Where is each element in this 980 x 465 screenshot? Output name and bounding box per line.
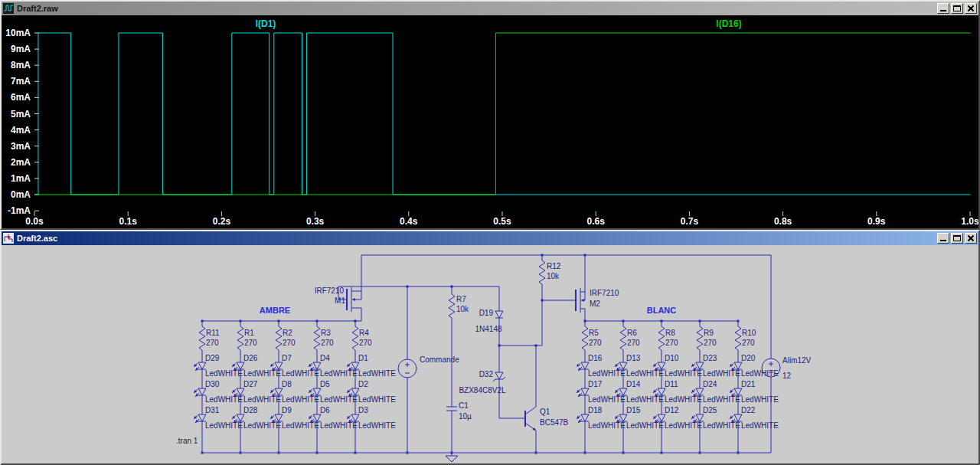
led-symbol[interactable] xyxy=(734,388,742,395)
waveform-window-icon xyxy=(3,3,14,14)
led-designator: D30 xyxy=(205,380,220,388)
led-symbol[interactable] xyxy=(619,362,627,369)
led-value: LedWHITE xyxy=(243,421,281,430)
resistor-symbol[interactable] xyxy=(582,326,588,350)
resistor-value: 270 xyxy=(206,339,219,347)
junction-dot xyxy=(535,345,537,347)
led-symbol[interactable] xyxy=(237,388,244,395)
led-designator: D31 xyxy=(205,406,220,414)
resistor-name: R10 xyxy=(742,329,756,337)
x-tick-label: 0.6s xyxy=(587,216,606,227)
resistor-symbol[interactable] xyxy=(735,326,741,350)
ground-symbol[interactable] xyxy=(446,456,458,462)
led-value: LedWHITE xyxy=(243,395,281,404)
led-symbol[interactable] xyxy=(313,414,321,421)
waveform-titlebar[interactable]: Draft2.raw xyxy=(2,2,978,15)
led-value: LedWHITE xyxy=(282,395,319,404)
resistor-symbol[interactable] xyxy=(697,326,703,350)
led-symbol[interactable] xyxy=(696,388,704,395)
minimize-button[interactable] xyxy=(937,3,949,14)
trace-I(D1)[interactable] xyxy=(34,33,970,195)
y-tick-label: 9mA xyxy=(11,44,31,54)
led-designator: D10 xyxy=(665,354,679,362)
led-symbol[interactable] xyxy=(351,362,359,369)
waveform-plot-canvas[interactable]: 10mA9mA8mA7mA6mA5mA4mA3mA2mA1mA0mA-1mA0.… xyxy=(2,15,978,228)
minimize-button[interactable] xyxy=(937,233,949,244)
close-button[interactable] xyxy=(965,3,977,14)
maximize-button[interactable] xyxy=(951,233,963,244)
led-symbol[interactable] xyxy=(313,362,321,369)
led-symbol[interactable] xyxy=(198,388,206,395)
schematic-drawing[interactable]: R11270D29LedWHITED30LedWHITED31LedWHITER… xyxy=(2,245,978,463)
led-designator: D29 xyxy=(205,354,220,362)
resistor-symbol[interactable] xyxy=(314,326,320,350)
legend-series-2[interactable]: I(D16) xyxy=(716,18,741,29)
resistor-symbol[interactable] xyxy=(658,326,665,350)
led-symbol[interactable] xyxy=(237,414,244,421)
led-symbol[interactable] xyxy=(696,362,704,369)
led-symbol[interactable] xyxy=(696,414,704,421)
led-designator: D8 xyxy=(282,380,292,388)
led-symbol[interactable] xyxy=(351,414,359,421)
led-symbol[interactable] xyxy=(581,414,589,421)
x-tick-label: 0.5s xyxy=(493,216,511,227)
r12-name: R12 xyxy=(547,262,561,270)
led-symbol[interactable] xyxy=(581,362,589,369)
led-value: LedWHITE xyxy=(588,369,626,378)
led-designator: D2 xyxy=(358,380,368,388)
resistor-name: R3 xyxy=(321,329,331,337)
resistor-symbol[interactable] xyxy=(276,326,282,350)
led-symbol[interactable] xyxy=(619,414,627,421)
commande-source[interactable] xyxy=(398,359,416,378)
window-controls xyxy=(937,233,977,244)
q1-name: Q1 xyxy=(540,408,550,416)
led-symbol[interactable] xyxy=(237,362,244,369)
resistor-value: 270 xyxy=(589,339,602,347)
zener-diode-symbol[interactable] xyxy=(495,372,503,379)
diode-symbol[interactable] xyxy=(495,311,503,318)
resistor-symbol[interactable] xyxy=(352,326,358,350)
maximize-icon xyxy=(953,5,961,11)
led-symbol[interactable] xyxy=(351,388,359,395)
resistor-name: R2 xyxy=(283,329,292,337)
led-symbol[interactable] xyxy=(658,414,665,421)
led-value: LedWHITE xyxy=(243,369,281,378)
resistor-value: 270 xyxy=(627,339,640,347)
arrow-head xyxy=(533,427,536,431)
zener-wing[interactable] xyxy=(493,379,495,381)
led-symbol[interactable] xyxy=(581,388,589,395)
waveform-plot[interactable]: 10mA9mA8mA7mA6mA5mA4mA3mA2mA1mA0mA-1mA0.… xyxy=(2,15,978,228)
led-designator: D27 xyxy=(243,380,258,388)
led-symbol[interactable] xyxy=(198,362,206,369)
led-symbol[interactable] xyxy=(734,362,742,369)
resistor-symbol[interactable] xyxy=(237,326,243,350)
led-symbol[interactable] xyxy=(658,388,665,395)
led-symbol[interactable] xyxy=(275,414,283,421)
led-value: LedWHITE xyxy=(320,395,358,404)
close-button[interactable] xyxy=(965,233,977,244)
led-symbol[interactable] xyxy=(658,362,665,369)
r12-symbol[interactable] xyxy=(539,260,545,284)
led-symbol[interactable] xyxy=(198,414,206,421)
schematic-canvas[interactable]: R11270D29LedWHITED30LedWHITED31LedWHITER… xyxy=(2,245,978,463)
legend-series-1[interactable]: I(D1) xyxy=(256,18,276,29)
led-symbol[interactable] xyxy=(734,414,742,421)
q1-value: BC547B xyxy=(540,418,569,427)
junction-dot xyxy=(498,345,501,347)
led-symbol[interactable] xyxy=(275,388,283,395)
alim-name: Alim12V xyxy=(782,356,812,365)
led-symbol[interactable] xyxy=(313,388,321,395)
zener-wing[interactable] xyxy=(503,377,505,379)
schematic-titlebar[interactable]: Draft2.asc xyxy=(2,231,978,245)
r7-symbol[interactable] xyxy=(449,294,455,318)
y-tick-label: 6mA xyxy=(11,92,31,103)
wire[interactable] xyxy=(525,407,536,414)
led-symbol[interactable] xyxy=(275,362,283,369)
resistor-value: 270 xyxy=(665,339,678,347)
trace-I(D16)[interactable] xyxy=(34,33,970,195)
led-value: LedWHITE xyxy=(741,395,779,404)
led-symbol[interactable] xyxy=(619,388,627,395)
maximize-button[interactable] xyxy=(951,3,963,14)
resistor-symbol[interactable] xyxy=(199,326,205,350)
resistor-symbol[interactable] xyxy=(620,326,626,350)
